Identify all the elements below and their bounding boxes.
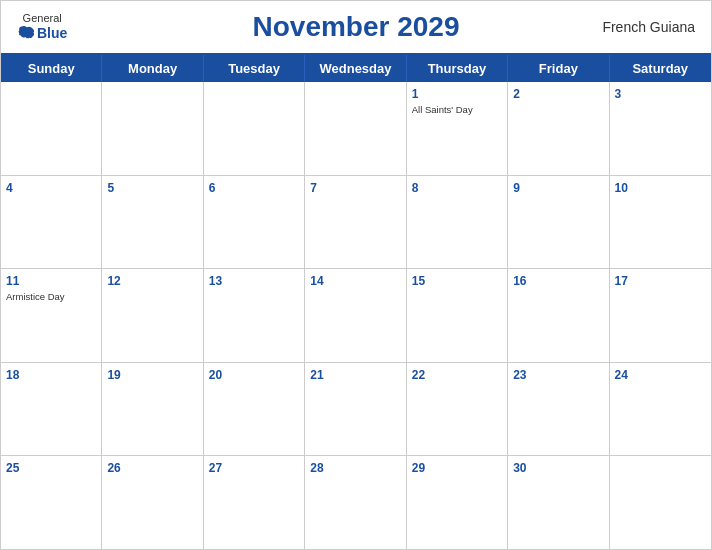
logo-blue-text: Blue	[37, 26, 67, 40]
logo-bird-icon	[17, 24, 35, 42]
day-cell: 9	[508, 176, 609, 269]
day-number: 14	[310, 273, 400, 290]
calendar-grid: SundayMondayTuesdayWednesdayThursdayFrid…	[1, 53, 711, 549]
holiday-name: Armistice Day	[6, 291, 96, 302]
day-number: 13	[209, 273, 299, 290]
day-number: 2	[513, 86, 603, 103]
logo-area: General Blue	[17, 13, 67, 42]
day-cell: 23	[508, 363, 609, 456]
day-cell	[305, 82, 406, 175]
day-cell: 29	[407, 456, 508, 549]
day-header-saturday: Saturday	[610, 55, 711, 82]
day-number: 7	[310, 180, 400, 197]
day-number: 5	[107, 180, 197, 197]
day-number: 21	[310, 367, 400, 384]
day-cell: 1All Saints' Day	[407, 82, 508, 175]
week-row-3: 11Armistice Day121314151617	[1, 269, 711, 363]
day-number: 15	[412, 273, 502, 290]
day-number: 11	[6, 273, 96, 290]
day-number: 22	[412, 367, 502, 384]
day-header-friday: Friday	[508, 55, 609, 82]
week-row-4: 18192021222324	[1, 363, 711, 457]
day-cell	[204, 82, 305, 175]
day-cell	[1, 82, 102, 175]
day-cell: 21	[305, 363, 406, 456]
day-cell: 6	[204, 176, 305, 269]
day-cell: 11Armistice Day	[1, 269, 102, 362]
day-number: 23	[513, 367, 603, 384]
day-cell: 8	[407, 176, 508, 269]
day-headers-row: SundayMondayTuesdayWednesdayThursdayFrid…	[1, 55, 711, 82]
day-cell: 19	[102, 363, 203, 456]
day-cell: 14	[305, 269, 406, 362]
calendar-title: November 2029	[252, 11, 459, 43]
day-number: 3	[615, 86, 706, 103]
logo-general-text: General	[23, 13, 62, 24]
day-cell: 18	[1, 363, 102, 456]
week-row-5: 252627282930	[1, 456, 711, 549]
logo-blue-area: Blue	[17, 24, 67, 42]
day-cell: 16	[508, 269, 609, 362]
day-number: 27	[209, 460, 299, 477]
day-cell: 20	[204, 363, 305, 456]
day-cell	[102, 82, 203, 175]
day-number: 28	[310, 460, 400, 477]
day-cell: 28	[305, 456, 406, 549]
day-cell: 13	[204, 269, 305, 362]
day-number: 12	[107, 273, 197, 290]
day-number: 10	[615, 180, 706, 197]
day-header-sunday: Sunday	[1, 55, 102, 82]
day-cell: 10	[610, 176, 711, 269]
calendar: General Blue November 2029 French Guiana…	[0, 0, 712, 550]
day-number: 18	[6, 367, 96, 384]
day-number: 29	[412, 460, 502, 477]
region-label: French Guiana	[602, 19, 695, 35]
day-cell: 30	[508, 456, 609, 549]
day-number: 30	[513, 460, 603, 477]
day-number: 26	[107, 460, 197, 477]
day-number: 1	[412, 86, 502, 103]
day-header-monday: Monday	[102, 55, 203, 82]
day-number: 9	[513, 180, 603, 197]
week-row-1: 1All Saints' Day23	[1, 82, 711, 176]
week-row-2: 45678910	[1, 176, 711, 270]
weeks-container: 1All Saints' Day234567891011Armistice Da…	[1, 82, 711, 549]
day-number: 16	[513, 273, 603, 290]
day-cell: 5	[102, 176, 203, 269]
day-cell: 25	[1, 456, 102, 549]
day-header-wednesday: Wednesday	[305, 55, 406, 82]
calendar-header: General Blue November 2029 French Guiana	[1, 1, 711, 53]
day-number: 24	[615, 367, 706, 384]
day-cell: 3	[610, 82, 711, 175]
day-number: 8	[412, 180, 502, 197]
day-cell: 12	[102, 269, 203, 362]
day-number: 4	[6, 180, 96, 197]
day-header-tuesday: Tuesday	[204, 55, 305, 82]
day-cell: 15	[407, 269, 508, 362]
holiday-name: All Saints' Day	[412, 104, 502, 115]
day-cell	[610, 456, 711, 549]
day-number: 25	[6, 460, 96, 477]
day-cell: 26	[102, 456, 203, 549]
day-cell: 7	[305, 176, 406, 269]
day-cell: 2	[508, 82, 609, 175]
day-cell: 24	[610, 363, 711, 456]
day-cell: 27	[204, 456, 305, 549]
day-number: 6	[209, 180, 299, 197]
day-cell: 4	[1, 176, 102, 269]
day-number: 17	[615, 273, 706, 290]
day-header-thursday: Thursday	[407, 55, 508, 82]
day-cell: 22	[407, 363, 508, 456]
day-number: 19	[107, 367, 197, 384]
day-cell: 17	[610, 269, 711, 362]
day-number: 20	[209, 367, 299, 384]
